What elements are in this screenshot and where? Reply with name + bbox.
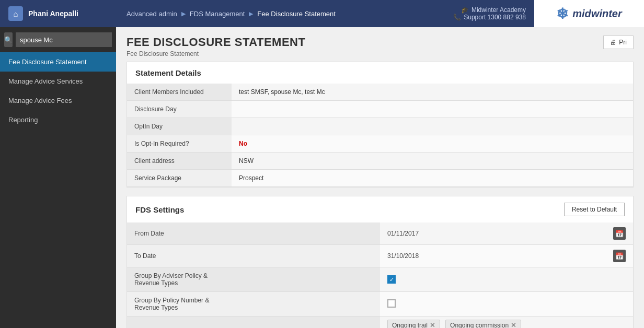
sidebar-item-manage-advice-services[interactable]: Manage Advice Services bbox=[0, 72, 116, 91]
tag-label-commission: Ongoing commission bbox=[450, 322, 509, 329]
search-input[interactable] bbox=[16, 32, 112, 47]
tag-ongoing-trail: Ongoing trail ✕ bbox=[387, 320, 440, 328]
print-icon: 🖨 bbox=[610, 39, 616, 46]
sidebar-item-label-fee: Fee Disclosure Statement bbox=[8, 58, 87, 66]
support-label: Support 1300 882 938 bbox=[464, 14, 526, 21]
statement-details-header: Statement Details bbox=[127, 62, 633, 84]
label-service-package: Service Package bbox=[127, 170, 232, 187]
optin-no-value: No bbox=[239, 140, 247, 147]
fds-section-header: FDS Settings Reset to Default bbox=[127, 196, 633, 222]
sidebar-item-reporting[interactable]: Reporting bbox=[0, 110, 116, 130]
statement-details-table: Client Members Included test SMSF, spous… bbox=[127, 84, 633, 187]
content-area: FEE DISCLOSURE STATEMENT Fee Disclosure … bbox=[116, 27, 644, 328]
reset-to-default-button[interactable]: Reset to Default bbox=[564, 203, 625, 216]
fds-settings-table: From Date 01/11/2017 📅 To Date 31 bbox=[127, 222, 633, 328]
phone-icon: 📞 bbox=[453, 14, 461, 21]
tag-ongoing-commission: Ongoing commission ✕ bbox=[445, 320, 521, 328]
sidebar: 🔍 Fee Disclosure Statement Manage Advice… bbox=[0, 27, 116, 328]
fds-title: FDS Settings bbox=[135, 205, 184, 214]
graduation-icon: 🎓 bbox=[461, 6, 469, 14]
table-row: OptIn Day bbox=[127, 118, 633, 135]
table-row: Is Opt-In Required? No bbox=[127, 135, 633, 153]
table-row: Disclosure Day bbox=[127, 101, 633, 118]
page-title: FEE DISCLOSURE STATEMENT bbox=[126, 36, 305, 49]
page-subtitle: Fee Disclosure Statement bbox=[126, 50, 305, 57]
table-row-group-policy: Group By Policy Number &Revenue Types bbox=[127, 292, 633, 317]
group-policy-checkbox[interactable] bbox=[387, 299, 396, 308]
main-layout: 🔍 Fee Disclosure Statement Manage Advice… bbox=[0, 27, 644, 328]
to-date-wrap: 31/10/2018 📅 bbox=[387, 250, 626, 262]
logo-area: ⌂ Phani Anepalli bbox=[0, 0, 116, 27]
search-bar: 🔍 bbox=[0, 27, 116, 52]
table-row-tags: Ongoing trail ✕ Ongoing commission ✕ bbox=[127, 317, 633, 329]
tag-label-trail: Ongoing trail bbox=[392, 322, 428, 329]
support-info: 📞 Support 1300 882 938 bbox=[453, 14, 526, 21]
label-group-policy: Group By Policy Number &Revenue Types bbox=[127, 292, 380, 317]
sidebar-nav: Fee Disclosure Statement Manage Advice S… bbox=[0, 52, 116, 130]
breadcrumb: Advanced admin ▶ FDS Management ▶ Fee Di… bbox=[116, 10, 445, 18]
value-group-adviser: ✓ bbox=[380, 267, 633, 292]
value-optin-required: No bbox=[232, 135, 633, 153]
table-row-to-date: To Date 31/10/2018 📅 bbox=[127, 245, 633, 267]
label-tags bbox=[127, 317, 380, 329]
search-button[interactable]: 🔍 bbox=[4, 32, 13, 47]
breadcrumb-fee-disclosure: Fee Disclosure Statement bbox=[257, 10, 336, 18]
sidebar-item-fee-disclosure[interactable]: Fee Disclosure Statement bbox=[0, 52, 116, 72]
sidebar-item-label-reporting: Reporting bbox=[8, 116, 38, 124]
statement-details-section: Statement Details Client Members Include… bbox=[126, 62, 634, 188]
value-client-members: test SMSF, spouse Mc, test Mc bbox=[232, 84, 633, 101]
value-optin-day bbox=[232, 118, 633, 135]
table-row: Service Package Prospect bbox=[127, 170, 633, 187]
value-group-policy bbox=[380, 292, 633, 317]
sidebar-item-label-fees: Manage Advice Fees bbox=[8, 97, 72, 104]
from-date-calendar-icon[interactable]: 📅 bbox=[613, 227, 626, 240]
top-header: ⌂ Phani Anepalli Advanced admin ▶ FDS Ma… bbox=[0, 0, 644, 27]
from-date-value: 01/11/2017 bbox=[387, 230, 610, 237]
label-client-members: Client Members Included bbox=[127, 84, 232, 101]
label-from-date: From Date bbox=[127, 222, 380, 245]
header-right: 🎓 Midwinter Academy 📞 Support 1300 882 9… bbox=[445, 6, 534, 21]
user-name: Phani Anepalli bbox=[28, 9, 78, 18]
label-disclosure-day: Disclosure Day bbox=[127, 101, 232, 118]
sidebar-item-manage-advice-fees[interactable]: Manage Advice Fees bbox=[0, 91, 116, 110]
tag-close-trail[interactable]: ✕ bbox=[430, 321, 435, 328]
home-icon[interactable]: ⌂ bbox=[8, 6, 23, 21]
value-client-address: NSW bbox=[232, 153, 633, 170]
value-from-date: 01/11/2017 📅 bbox=[380, 222, 633, 245]
value-service-package: Prospect bbox=[232, 170, 633, 187]
breadcrumb-advanced-admin[interactable]: Advanced admin bbox=[126, 10, 177, 18]
breadcrumb-fds-management[interactable]: FDS Management bbox=[190, 10, 245, 18]
value-tags: Ongoing trail ✕ Ongoing commission ✕ bbox=[380, 317, 633, 329]
label-optin-required: Is Opt-In Required? bbox=[127, 135, 232, 153]
tag-close-commission[interactable]: ✕ bbox=[511, 321, 516, 328]
breadcrumb-arrow-1: ▶ bbox=[181, 10, 186, 17]
value-to-date: 31/10/2018 📅 bbox=[380, 245, 633, 267]
table-row-from-date: From Date 01/11/2017 📅 bbox=[127, 222, 633, 245]
print-button[interactable]: 🖨 Pri bbox=[603, 36, 634, 49]
to-date-calendar-icon[interactable]: 📅 bbox=[613, 250, 626, 262]
logo-text: midwinter bbox=[572, 8, 622, 20]
midwinter-logo: ❄ midwinter bbox=[534, 0, 644, 27]
snowflake-icon: ❄ bbox=[556, 5, 568, 22]
label-client-address: Client address bbox=[127, 153, 232, 170]
page-title-block: FEE DISCLOSURE STATEMENT Fee Disclosure … bbox=[126, 36, 305, 57]
label-optin-day: OptIn Day bbox=[127, 118, 232, 135]
label-to-date: To Date bbox=[127, 245, 380, 267]
to-date-value: 31/10/2018 bbox=[387, 252, 610, 260]
fds-settings-section: FDS Settings Reset to Default From Date … bbox=[126, 196, 634, 328]
page-header: FEE DISCLOSURE STATEMENT Fee Disclosure … bbox=[116, 27, 644, 62]
value-disclosure-day bbox=[232, 101, 633, 118]
from-date-wrap: 01/11/2017 📅 bbox=[387, 227, 626, 240]
table-row: Client address NSW bbox=[127, 153, 633, 170]
label-group-adviser: Group By Adviser Policy &Revenue Types bbox=[127, 267, 380, 292]
academy-label: Midwinter Academy bbox=[472, 6, 526, 14]
print-label: Pri bbox=[619, 39, 627, 46]
group-adviser-checkbox[interactable]: ✓ bbox=[387, 275, 396, 284]
sidebar-item-label-services: Manage Advice Services bbox=[8, 77, 83, 85]
table-row: Client Members Included test SMSF, spous… bbox=[127, 84, 633, 101]
breadcrumb-arrow-2: ▶ bbox=[249, 10, 253, 17]
academy-link[interactable]: 🎓 Midwinter Academy bbox=[461, 6, 526, 14]
table-row-group-adviser: Group By Adviser Policy &Revenue Types ✓ bbox=[127, 267, 633, 292]
